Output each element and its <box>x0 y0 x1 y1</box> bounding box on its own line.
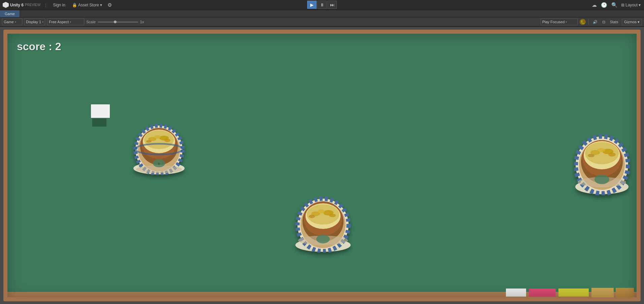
game-dropdown[interactable]: Game ▾ <box>2 19 22 25</box>
svg-point-43 <box>588 154 594 157</box>
hud-item-tan1 <box>591 288 614 297</box>
bowl-svg-3 <box>574 130 630 195</box>
layout-icon: ⊞ <box>621 3 624 7</box>
svg-text:⊛: ⊛ <box>158 162 160 165</box>
game-viewport: score : 2 <box>0 27 644 304</box>
gizmos-button[interactable]: Gizmos ▾ <box>622 19 642 25</box>
search-icon[interactable]: 🔍 <box>611 1 618 9</box>
lock-icon: 🔒 <box>72 3 77 7</box>
chevron-down-icon: ▾ <box>638 20 640 24</box>
step-button[interactable]: ⏭ <box>327 1 337 9</box>
food-bowl-2 <box>294 192 353 254</box>
cloud-icon[interactable]: ☁ <box>591 1 598 9</box>
bug-icon: 🐛 <box>580 19 586 25</box>
unity-cube-icon <box>3 2 9 8</box>
game-tab[interactable]: Game <box>0 10 20 17</box>
display-dropdown[interactable]: Display 1 ▾ <box>24 19 45 25</box>
play-focused-dropdown[interactable]: Play Focused ▾ <box>541 19 578 25</box>
svg-point-10 <box>154 135 161 139</box>
screen-icon[interactable]: ⊡ <box>601 19 607 25</box>
chevron-down-icon: ▾ <box>15 21 16 24</box>
audio-icon[interactable]: 🔊 <box>591 19 599 25</box>
svg-point-46 <box>594 175 609 184</box>
layout-label: Layout <box>625 3 638 7</box>
hud-items <box>506 288 637 297</box>
stats-button[interactable]: Stats <box>609 19 620 25</box>
settings-icon[interactable]: ⚙ <box>107 1 112 9</box>
unity-version-label: Unity 6 <box>10 3 24 7</box>
top-menu-bar: Unity 6 PREVIEW | Sign in 🔒 Asset Store … <box>0 0 644 10</box>
layout-button[interactable]: ⊞ Layout ▾ <box>621 3 641 7</box>
scale-value: 1x <box>140 20 144 24</box>
svg-point-31 <box>316 235 330 243</box>
svg-point-27 <box>318 209 325 213</box>
asset-store-label: Asset Store <box>78 3 99 7</box>
svg-point-28 <box>309 215 315 218</box>
toolbar: Game ▾ Display 1 ▾ Free Aspect ▾ Scale 1… <box>0 18 644 27</box>
tab-bar: Game <box>0 10 644 18</box>
bowl-svg-2 <box>294 192 353 252</box>
score-display: score : 2 <box>17 40 61 53</box>
chevron-down-icon: ▾ <box>100 3 102 7</box>
svg-point-11 <box>146 140 152 143</box>
svg-point-29 <box>329 214 336 217</box>
player-shadow <box>92 119 106 127</box>
hud-item-pink <box>529 289 556 297</box>
sign-in-button[interactable]: Sign in <box>51 2 67 8</box>
svg-point-44 <box>608 153 616 157</box>
scale-label: Scale <box>86 20 96 24</box>
chevron-down-icon: ▾ <box>639 3 641 7</box>
play-button[interactable]: ▶ <box>307 1 317 9</box>
svg-point-42 <box>597 148 605 152</box>
separator <box>588 19 589 25</box>
asset-store-button[interactable]: 🔒 Asset Store ▾ <box>71 2 103 8</box>
history-icon[interactable]: 🕐 <box>600 1 608 9</box>
top-right-controls: ☁ 🕐 🔍 ⊞ Layout ▾ <box>591 0 644 10</box>
gizmos-label: Gizmos <box>624 20 637 24</box>
aspect-dropdown[interactable]: Free Aspect ▾ <box>47 19 84 25</box>
hud-item-tan2 <box>616 288 634 297</box>
food-bowl-1: ⊛ <box>132 120 186 176</box>
hud-item-white <box>506 289 526 297</box>
pause-button[interactable]: ⏸ <box>317 1 327 9</box>
playback-controls: ▶ ⏸ ⏭ <box>307 1 337 9</box>
chalkboard: score : 2 <box>3 30 641 301</box>
hud-item-yellow <box>558 289 589 297</box>
unity-logo: Unity 6 PREVIEW <box>3 2 40 8</box>
separator: | <box>45 3 46 7</box>
bowl-svg-1: ⊛ <box>132 120 186 175</box>
scale-slider-thumb <box>114 21 117 23</box>
svg-point-12 <box>164 139 170 142</box>
chevron-down-icon: ▾ <box>42 21 43 24</box>
scale-slider[interactable] <box>98 22 138 23</box>
chevron-down-icon: ▾ <box>70 21 71 24</box>
food-bowl-3 <box>574 130 630 196</box>
chevron-down-icon: ▾ <box>566 21 567 24</box>
player-body <box>91 104 110 118</box>
preview-badge: PREVIEW <box>25 3 40 7</box>
player <box>91 104 110 124</box>
